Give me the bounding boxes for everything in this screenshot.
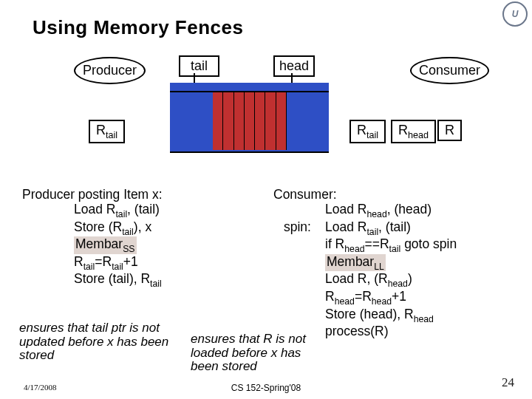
consumer-code: Consumer: Load Rhead, (head) spin: Load … — [273, 187, 517, 338]
slot — [255, 92, 265, 150]
producer-l5: Store (tail), Rtail — [22, 271, 266, 289]
producer-l2: Store (Rtail), x — [22, 219, 266, 237]
r-consumer-box: R — [437, 120, 462, 141]
consumer-l4: MembarLL — [273, 254, 517, 272]
rhead-consumer-box: Rhead — [391, 120, 436, 143]
consumer-l3: if Rhead==Rtail goto spin — [273, 236, 517, 254]
queue-diagram: Producer Consumer tail head Rtail Rtail … — [22, 50, 510, 183]
footer-course: CS 152-Spring'08 — [231, 383, 301, 393]
note-left: ensures that tail ptr is not updated bef… — [19, 321, 189, 363]
consumer-oval: Consumer — [410, 57, 489, 84]
consumer-l6: Rhead=Rhead+1 — [273, 289, 517, 307]
buffer-slots — [213, 92, 287, 150]
school-logo: U — [502, 1, 528, 27]
producer-l1: Load Rtail, (tail) — [22, 202, 266, 219]
consumer-l5: Load R, (Rhead) — [273, 271, 517, 289]
slot — [276, 92, 287, 150]
consumer-header: Consumer: — [273, 187, 517, 202]
buffer-bottom-edge — [170, 151, 329, 153]
footer-page: 24 — [502, 375, 514, 390]
rtail-consumer-box: Rtail — [349, 120, 386, 143]
consumer-l7: Store (head), Rhead — [273, 307, 517, 324]
slot — [234, 92, 245, 150]
slide-title: Using Memory Fences — [0, 0, 532, 50]
head-box: head — [273, 55, 315, 77]
producer-oval: Producer — [74, 57, 146, 84]
producer-code: Producer posting Item x: Load Rtail, (ta… — [22, 187, 266, 338]
note-mid: ensures that R is not loaded before x ha… — [191, 332, 331, 374]
producer-l4: Rtail=Rtail+1 — [22, 254, 266, 272]
spin-label: spin: — [273, 219, 325, 237]
slot — [223, 92, 233, 150]
rtail-producer-box: Rtail — [89, 120, 125, 143]
producer-l3: MembarSS — [22, 236, 266, 254]
slot — [265, 92, 276, 150]
slot — [213, 92, 223, 150]
producer-header: Producer posting Item x: — [22, 187, 266, 202]
consumer-l2: Load Rtail, (tail) — [325, 219, 411, 237]
consumer-l1: Load Rhead, (head) — [273, 202, 517, 219]
tail-box: tail — [179, 55, 219, 77]
footer-date: 4/17/2008 — [24, 383, 57, 392]
slot — [245, 92, 255, 150]
